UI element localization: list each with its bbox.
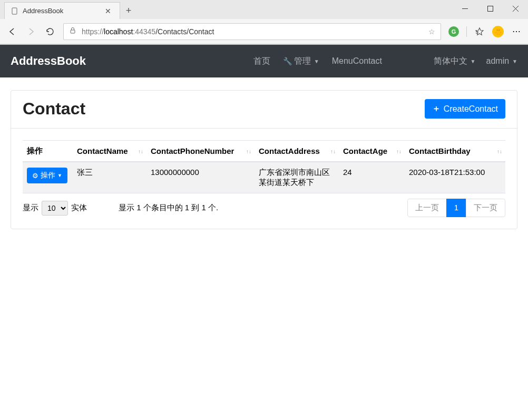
plus-icon: ＋	[432, 103, 441, 114]
caret-down-icon: ▼	[471, 58, 476, 64]
window-close[interactable]	[508, 1, 523, 16]
table-info: 显示 1 个条目中的 1 到 1 个.	[119, 203, 218, 213]
page-prev[interactable]: 上一页	[407, 199, 447, 217]
contacts-table: 操作 ContactName↑↓ ContactPhoneNumber↑↓ Co…	[23, 140, 505, 193]
svg-rect-1	[487, 6, 493, 11]
new-tab-button[interactable]: +	[120, 2, 137, 19]
sort-icon: ↑↓	[396, 149, 402, 153]
page-size-select[interactable]: 10	[42, 201, 68, 216]
page-title: Contact	[23, 99, 85, 119]
sort-icon: ↑↓	[330, 149, 336, 153]
favorites-icon[interactable]	[474, 26, 485, 37]
svg-rect-4	[12, 8, 17, 14]
th-actions: 操作	[23, 141, 73, 162]
document-icon	[11, 7, 18, 15]
table-row: ⚙ 操作 ▼ 张三 13000000000 广东省深圳市南山区某街道某天桥下 2…	[23, 162, 505, 193]
caret-down-icon: ▼	[314, 58, 319, 64]
nav-user[interactable]: admin ▼	[486, 56, 517, 66]
more-menu-icon[interactable]: ⋯	[511, 26, 522, 37]
row-action-label: 操作	[41, 171, 55, 180]
cell-name: 张三	[73, 162, 146, 193]
app-navbar: AddressBook 首页 🔧 管理 ▼ MenuContact 简体中文 ▼…	[0, 45, 528, 77]
profile-avatar-icon[interactable]: 🐥	[492, 26, 504, 37]
extension-grammarly-icon[interactable]: G	[448, 26, 459, 37]
caret-down-icon: ▼	[57, 173, 62, 178]
card-header: Contact ＋ CreateContact	[11, 91, 517, 129]
favorite-icon[interactable]: ☆	[428, 27, 435, 36]
browser-tab[interactable]: AddressBook ✕	[4, 2, 120, 19]
window-minimize[interactable]	[457, 1, 472, 16]
page-number[interactable]: 1	[446, 199, 466, 217]
th-birthday[interactable]: ContactBirthday↑↓	[405, 141, 505, 162]
length-suffix: 实体	[71, 203, 87, 213]
sort-icon: ↑↓	[497, 149, 502, 153]
gear-icon: ⚙	[32, 172, 38, 180]
row-action-button[interactable]: ⚙ 操作 ▼	[27, 168, 67, 183]
length-prefix: 显示	[23, 203, 38, 213]
window-maximize[interactable]	[483, 1, 497, 16]
cell-address: 广东省深圳市南山区某街道某天桥下	[255, 162, 339, 193]
back-button[interactable]	[6, 26, 18, 37]
sort-icon: ↑↓	[138, 149, 143, 153]
tab-title: AddressBook	[23, 7, 63, 15]
url-text: https://localhost:44345/Contacts/Contact	[82, 27, 428, 36]
th-address[interactable]: ContactAddress↑↓	[255, 141, 339, 162]
th-age[interactable]: ContactAge↑↓	[339, 141, 405, 162]
nav-user-label: admin	[486, 56, 510, 66]
wrench-icon: 🔧	[283, 57, 292, 65]
th-name[interactable]: ContactName↑↓	[73, 141, 146, 162]
nav-home[interactable]: 首页	[253, 56, 270, 67]
address-bar[interactable]: https://localhost:44345/Contacts/Contact…	[63, 23, 441, 40]
caret-down-icon: ▼	[512, 58, 517, 64]
table-footer: 显示 10 实体 显示 1 个条目中的 1 到 1 个. 上一页 1 下一页	[23, 199, 505, 217]
cell-phone: 13000000000	[146, 162, 255, 193]
th-phone[interactable]: ContactPhoneNumber↑↓	[146, 141, 255, 162]
forward-button	[25, 26, 37, 37]
nav-language[interactable]: 简体中文 ▼	[434, 56, 476, 67]
content-card: Contact ＋ CreateContact 操作 ContactName↑↓…	[11, 90, 517, 229]
refresh-button[interactable]	[44, 26, 56, 37]
tab-close-icon[interactable]: ✕	[103, 7, 113, 15]
pagination: 上一页 1 下一页	[408, 199, 505, 217]
nav-menu-contact[interactable]: MenuContact	[332, 56, 382, 66]
create-contact-button[interactable]: ＋ CreateContact	[425, 99, 505, 119]
page-next[interactable]: 下一页	[466, 199, 505, 217]
navbar-brand[interactable]: AddressBook	[11, 54, 86, 68]
nav-language-label: 简体中文	[434, 56, 467, 67]
lock-icon	[69, 27, 76, 36]
nav-manage-label: 管理	[294, 56, 311, 67]
sort-icon: ↑↓	[246, 149, 251, 153]
cell-birthday: 2020-03-18T21:53:00	[405, 162, 505, 193]
cell-age: 24	[339, 162, 405, 193]
separator	[466, 26, 467, 37]
create-button-label: CreateContact	[444, 104, 498, 114]
svg-rect-5	[71, 30, 75, 33]
nav-manage[interactable]: 🔧 管理 ▼	[283, 56, 319, 67]
browser-chrome: AddressBook ✕ + https://localhost:44345/…	[0, 0, 528, 45]
